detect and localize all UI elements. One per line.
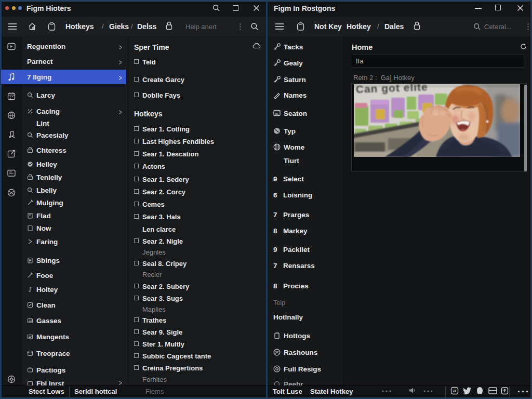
svg-text:a: a: [453, 388, 456, 393]
